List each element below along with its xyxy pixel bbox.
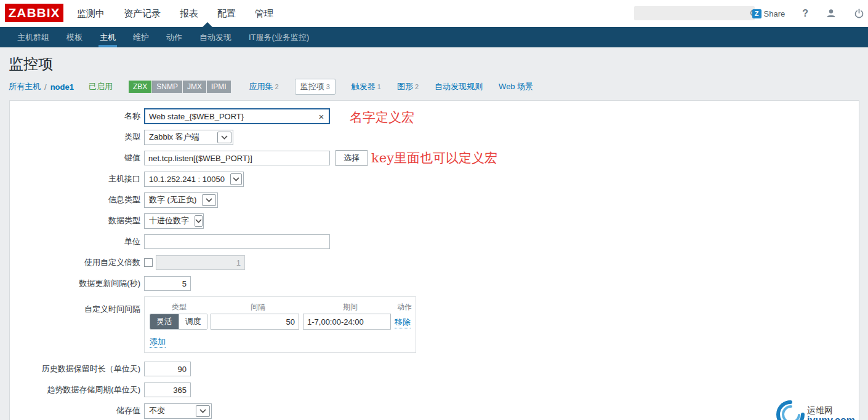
- badge-snmp: SNMP: [152, 81, 182, 93]
- item-form-card: 名称 × 类型 Zabbix 客户端 键值 选择 主机接口 10.1.252.: [9, 100, 859, 420]
- badge-ipmi: IPMI: [207, 81, 231, 93]
- subnav-templates[interactable]: 模板: [58, 27, 91, 47]
- history-label: 历史数据保留时长（单位天): [10, 363, 140, 374]
- menu-monitoring[interactable]: 监测中: [77, 8, 105, 20]
- info-type-select-value: 数字 (无正负): [145, 193, 201, 207]
- subnav-maintenance[interactable]: 维护: [124, 27, 158, 47]
- tab-label: 图形: [397, 81, 413, 92]
- chevron-down-icon: [195, 215, 203, 227]
- zabbix-share-icon: Z: [752, 9, 762, 18]
- update-interval-input[interactable]: [144, 276, 191, 291]
- breadcrumb: 所有主机 / node1 已启用 ZBX SNMP JMX IPMI 应用集 2…: [9, 79, 533, 94]
- search-input[interactable]: [634, 6, 750, 20]
- breadcrumb-host[interactable]: node1: [50, 82, 74, 92]
- tab-label: 触发器: [352, 81, 376, 92]
- menu-inventory[interactable]: 资产记录: [124, 8, 161, 20]
- chevron-down-icon: [196, 405, 210, 417]
- tab-count: 3: [326, 83, 330, 90]
- zabbix-item-config-screen: ZABBIX 监测中 资产记录 报表 配置 管理 Z Share ?: [0, 0, 868, 420]
- badge-zbx: ZBX: [129, 81, 151, 93]
- subnav-it-services[interactable]: IT服务(业务监控): [240, 27, 318, 47]
- history-input[interactable]: [144, 362, 191, 376]
- toggle-flexible[interactable]: 灵活: [150, 314, 179, 329]
- logout-power-icon[interactable]: [854, 9, 864, 19]
- chevron-down-icon: [230, 173, 242, 185]
- page-title: 监控项: [9, 54, 53, 74]
- units-label: 单位: [10, 236, 140, 247]
- units-input[interactable]: [144, 234, 330, 249]
- col-interval: 间隔: [251, 302, 265, 312]
- chevron-down-icon: [217, 132, 231, 143]
- active-menu-pointer: [203, 22, 212, 27]
- host-status-enabled[interactable]: 已启用: [89, 81, 113, 92]
- badge-jmx: JMX: [183, 81, 206, 93]
- update-interval-label: 数据更新间隔(秒): [10, 278, 140, 289]
- tab-discovery-rules[interactable]: 自动发现规则: [435, 81, 483, 92]
- custom-multiplier-input: [156, 255, 245, 270]
- add-interval-link[interactable]: 添加: [150, 336, 166, 348]
- data-type-label: 数据类型: [10, 215, 140, 226]
- tab-count: 2: [275, 83, 279, 90]
- tab-count: 2: [415, 83, 419, 90]
- row-type: 类型 Zabbix 客户端: [10, 129, 233, 145]
- zabbix-logo[interactable]: ZABBIX: [5, 4, 63, 22]
- period-input[interactable]: [303, 314, 391, 330]
- top-right-icons: Z Share ?: [752, 0, 864, 27]
- breadcrumb-all-hosts[interactable]: 所有主机: [9, 81, 41, 92]
- tab-label: 应用集: [249, 81, 273, 92]
- type-select[interactable]: Zabbix 客户端: [144, 130, 233, 145]
- host-interface-select-value: 10.1.252.241 : 10050: [145, 172, 229, 186]
- tab-label: 监控项: [300, 81, 324, 92]
- info-type-select[interactable]: 数字 (无正负): [144, 192, 218, 208]
- help-button[interactable]: ?: [802, 8, 808, 19]
- iyunv-logo-icon: [776, 400, 805, 420]
- key-annotation: key里面也可以定义宏: [371, 149, 497, 167]
- custom-multiplier-checkbox[interactable]: [144, 258, 153, 267]
- key-select-button[interactable]: 选择: [335, 150, 368, 166]
- share-label: Share: [764, 9, 786, 18]
- subnav-discovery[interactable]: 自动发现: [191, 27, 240, 47]
- tab-triggers[interactable]: 触发器 1: [352, 81, 381, 92]
- watermark-site-url: iyunv.com: [807, 415, 855, 420]
- toggle-scheduled[interactable]: 调度: [179, 314, 207, 329]
- data-type-select[interactable]: 十进位数字: [144, 213, 204, 229]
- name-annotation: 名字定义宏: [350, 109, 414, 126]
- watermark-site-name: 运维网: [807, 406, 855, 415]
- row-host-interface: 主机接口 10.1.252.241 : 10050: [10, 171, 244, 187]
- subnav-hosts[interactable]: 主机: [91, 27, 124, 47]
- user-profile-icon[interactable]: [826, 8, 837, 19]
- menu-administration[interactable]: 管理: [255, 8, 273, 20]
- tab-graphs[interactable]: 图形 2: [397, 81, 419, 92]
- store-value-label: 储存值: [10, 405, 140, 416]
- tab-web-scenarios[interactable]: Web 场景: [499, 81, 533, 92]
- subnav-host-groups[interactable]: 主机群组: [9, 27, 58, 47]
- custom-intervals-label: 自定义时间间隔: [10, 304, 140, 315]
- config-sub-nav: 主机群组 模板 主机 维护 动作 自动发现 IT服务(业务监控): [0, 27, 868, 47]
- agent-badges: ZBX SNMP JMX IPMI: [129, 81, 231, 93]
- host-interface-select[interactable]: 10.1.252.241 : 10050: [144, 172, 244, 187]
- name-label: 名称: [10, 111, 140, 122]
- key-input[interactable]: [144, 151, 330, 165]
- remove-interval-link[interactable]: 移除: [395, 317, 411, 328]
- interval-type-toggle: 灵活 调度: [150, 314, 207, 330]
- interval-value-input[interactable]: [211, 314, 299, 330]
- menu-reports[interactable]: 报表: [180, 8, 198, 20]
- subnav-actions[interactable]: 动作: [158, 27, 191, 47]
- share-button[interactable]: Z Share: [752, 9, 786, 18]
- name-input[interactable]: [145, 112, 314, 121]
- tab-items[interactable]: 监控项 3: [295, 79, 336, 95]
- col-action: 动作: [397, 302, 412, 312]
- store-value-select[interactable]: 不变: [144, 403, 212, 419]
- host-interface-label: 主机接口: [10, 173, 140, 184]
- row-data-type: 数据类型 十进位数字: [10, 213, 204, 229]
- clear-icon[interactable]: ×: [314, 111, 329, 122]
- info-type-label: 信息类型: [10, 194, 140, 205]
- menu-configuration[interactable]: 配置: [217, 8, 236, 20]
- breadcrumb-separator: /: [44, 82, 47, 92]
- trend-input[interactable]: [144, 382, 191, 397]
- row-name: 名称 ×: [10, 108, 330, 124]
- tab-applications[interactable]: 应用集 2: [249, 81, 279, 92]
- type-select-value: Zabbix 客户端: [145, 130, 216, 145]
- name-field-wrap: ×: [144, 108, 330, 124]
- watermark: 运维网 iyunv.com: [776, 400, 855, 420]
